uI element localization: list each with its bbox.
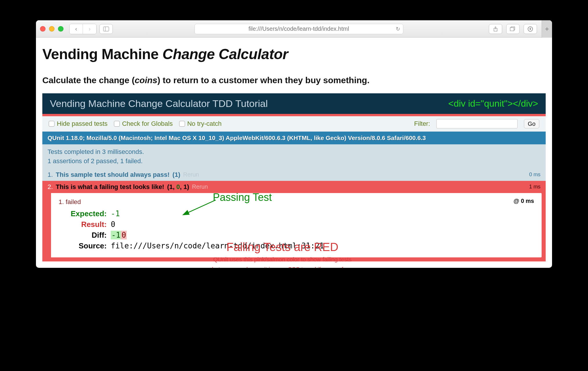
- qunit-header-title: Vending Machine Change Calculator TDD Tu…: [50, 98, 268, 109]
- qunit-banner-fail: [42, 114, 546, 116]
- check-globals-label[interactable]: Check for Globals: [114, 120, 173, 128]
- page-title: Vending Machine Change Calculator: [42, 46, 546, 63]
- diff-value: -10: [111, 231, 534, 240]
- window-controls: [40, 26, 63, 32]
- sidebar-toggle-button[interactable]: [99, 24, 113, 34]
- source-label: Source:: [59, 241, 111, 250]
- no-trycatch-label[interactable]: No try-catch: [179, 120, 222, 128]
- qunit-container: Vending Machine Change Calculator TDD Tu…: [42, 93, 546, 261]
- address-url: file:///Users/n/code/learn-tdd/index.htm…: [248, 26, 349, 32]
- qunit-testresult: Tests completed in 3 milliseconds. 1 ass…: [42, 144, 546, 169]
- test-row-fail[interactable]: 2. This is what a failing test looks lik…: [42, 181, 546, 193]
- hide-passed-checkbox[interactable]: [49, 121, 55, 127]
- tabs-button[interactable]: [506, 24, 520, 34]
- check-globals-text: Check for Globals: [122, 120, 173, 128]
- qunit-useragent: QUnit 1.18.0; Mozilla/5.0 (Macintosh; In…: [42, 132, 546, 144]
- address-bar[interactable]: file:///Users/n/code/learn-tdd/index.htm…: [195, 24, 403, 34]
- subtitle-pre: Calculate the change (: [42, 75, 135, 85]
- new-tab-button[interactable]: +: [542, 20, 552, 38]
- test-pass-index: 1.: [48, 171, 53, 179]
- diff-label: Diff:: [59, 231, 111, 240]
- forward-button[interactable]: ›: [83, 24, 96, 34]
- no-trycatch-checkbox[interactable]: [179, 121, 185, 127]
- assertion-at: @ 0 ms: [513, 198, 534, 204]
- test-fail-detail: 1. failed @ 0 ms Expected: -1 Result: 0 …: [42, 193, 546, 261]
- expected-label: Expected:: [59, 209, 111, 218]
- diff-del: -1: [111, 231, 121, 239]
- panel-icon: [103, 27, 109, 31]
- svg-rect-4: [510, 28, 514, 31]
- title-em: Change Calculator: [162, 46, 288, 62]
- svg-rect-0: [104, 27, 109, 31]
- reload-icon[interactable]: ↻: [396, 26, 400, 32]
- diff-ins: 0: [121, 231, 127, 239]
- toolbar-right: [489, 24, 537, 34]
- summary-line-1: Tests completed in 3 milliseconds.: [48, 147, 540, 157]
- share-button[interactable]: [489, 24, 502, 34]
- title-text: Vending Machine: [42, 46, 162, 62]
- annotation-div-qunit: <div id="qunit"></div>: [448, 98, 538, 109]
- test-pass-name: This sample test should always pass!: [56, 171, 169, 179]
- zoom-window-button[interactable]: [58, 26, 63, 32]
- back-button[interactable]: ‹: [70, 24, 83, 34]
- tabs-icon: [510, 27, 516, 31]
- assertion-card: 1. failed @ 0 ms Expected: -1 Result: 0 …: [46, 193, 542, 257]
- annotation-failing-line2: but you can change it in your CSS to red…: [193, 265, 372, 268]
- minimize-window-button[interactable]: [49, 26, 55, 32]
- address-bar-wrap: file:///Users/n/code/learn-tdd/index.htm…: [116, 24, 482, 34]
- hide-passed-label[interactable]: Hide passed tests: [49, 120, 108, 128]
- result-value: 0: [111, 220, 534, 229]
- browser-window: ‹ › file:///Users/n/code/learn-tdd/index…: [36, 20, 552, 268]
- page-subtitle: Calculate the change (coins) to return t…: [42, 75, 546, 85]
- summary-line-2: 1 assertions of 2 passed, 1 failed.: [48, 157, 540, 166]
- filter-label: Filter:: [414, 120, 430, 128]
- test-pass-time: 0 ms: [529, 172, 540, 178]
- test-fail-rerun[interactable]: Rerun: [192, 183, 208, 190]
- test-pass-rerun[interactable]: Rerun: [183, 171, 199, 178]
- test-fail-time: 1 ms: [529, 184, 540, 190]
- test-row-pass[interactable]: 1. This sample test should always pass! …: [42, 169, 546, 181]
- hide-passed-text: Hide passed tests: [57, 120, 108, 128]
- nav-back-forward: ‹ ›: [69, 24, 97, 34]
- qunit-toolbar: Hide passed tests Check for Globals No t…: [42, 116, 546, 132]
- check-globals-checkbox[interactable]: [114, 121, 120, 127]
- assertion-kv: Expected: -1 Result: 0 Diff: -10 Source:…: [59, 209, 534, 250]
- page-content: Vending Machine Change Calculator Calcul…: [36, 38, 552, 268]
- close-window-button[interactable]: [40, 26, 46, 32]
- download-icon: [528, 26, 533, 32]
- test-fail-index: 2.: [48, 183, 53, 191]
- share-icon: [493, 26, 498, 32]
- subtitle-em: coins: [135, 75, 157, 85]
- titlebar: ‹ › file:///Users/n/code/learn-tdd/index…: [36, 20, 552, 38]
- source-value: file:///Users/n/code/learn-tdd/index.htm…: [111, 241, 534, 250]
- no-trycatch-text: No try-catch: [187, 120, 222, 128]
- expected-value: -1: [111, 209, 534, 218]
- test-fail-name: This is what a failing test looks like!: [56, 183, 164, 191]
- test-pass-counts: (1): [173, 171, 180, 179]
- filter-go-button[interactable]: Go: [524, 119, 539, 128]
- subtitle-post: ) to return to a customer when they buy …: [157, 75, 370, 85]
- test-fail-counts: (1, 0, 1): [167, 183, 189, 191]
- assertion-failed-line: 1. failed: [59, 198, 534, 206]
- filter-input[interactable]: [436, 119, 518, 128]
- result-label: Result:: [59, 220, 111, 229]
- qunit-header: Vending Machine Change Calculator TDD Tu…: [42, 93, 546, 114]
- downloads-button[interactable]: [524, 24, 537, 34]
